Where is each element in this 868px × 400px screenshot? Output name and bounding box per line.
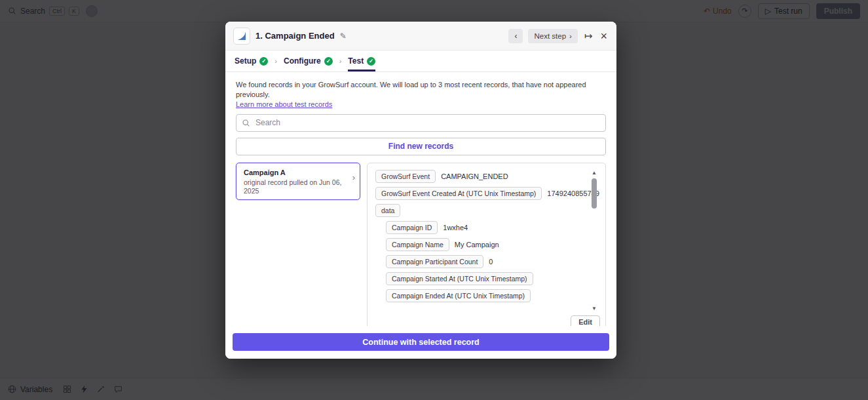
record-fields-viewport: GrowSurf Event CAMPAIGN_ENDED GrowSurf E…	[375, 170, 600, 312]
dialog-header: 1. Campaign Ended ✎ ‹ Next step › ↦ ×	[225, 22, 616, 50]
field-pill: Campaign Started At (UTC Unix Timestamp)	[386, 272, 533, 285]
field-pill: GrowSurf Event	[375, 170, 436, 183]
check-icon: ✓	[259, 57, 268, 66]
growsurf-app-icon	[233, 28, 250, 45]
chevron-right-icon: ›	[569, 32, 572, 40]
close-icon: ×	[600, 30, 607, 43]
scrollbar[interactable]: ▲ ▼	[590, 170, 599, 312]
record-field-row: GrowSurf Event Created At (UTC Unix Time…	[375, 187, 586, 200]
tab-test-label: Test	[348, 56, 364, 66]
record-card-campaign-a[interactable]: Campaign A original record pulled on Jun…	[236, 163, 360, 200]
record-card-title: Campaign A	[244, 169, 345, 176]
tab-test[interactable]: Test ✓	[348, 50, 375, 71]
record-field-row: Campaign Started At (UTC Unix Timestamp)	[386, 272, 586, 285]
previous-step-button[interactable]: ‹	[508, 29, 523, 43]
expand-panel-button[interactable]: ↦	[583, 31, 594, 41]
field-pill: Campaign Name	[386, 238, 449, 251]
tab-setup-label: Setup	[235, 56, 256, 66]
next-step-button[interactable]: Next step ›	[528, 29, 577, 43]
step-test-dialog: 1. Campaign Ended ✎ ‹ Next step › ↦ × Se…	[225, 22, 616, 359]
step-tabs: Setup ✓ › Configure ✓ › Test ✓	[225, 50, 616, 72]
scrollbar-track[interactable]	[590, 176, 599, 306]
field-pill: data	[375, 204, 400, 217]
field-pill: Campaign ID	[386, 221, 438, 234]
search-icon	[242, 119, 250, 129]
record-field-row: Campaign ID 1wxhe4	[386, 221, 586, 234]
record-card-subtitle: original record pulled on Jun 06, 2025	[244, 178, 345, 195]
chevron-right-icon: ›	[339, 57, 342, 65]
record-search-input[interactable]	[236, 114, 606, 132]
chevron-left-icon: ‹	[514, 31, 517, 41]
dialog-footer: Continue with selected record	[225, 326, 616, 359]
learn-more-link[interactable]: Learn more about test records	[236, 100, 606, 108]
field-pill: Campaign Participant Count	[386, 255, 483, 268]
record-field-row: GrowSurf Event CAMPAIGN_ENDED	[375, 170, 586, 183]
record-field-row: Campaign Name My Campaign	[386, 238, 586, 251]
record-field-row: data	[375, 204, 586, 217]
field-value: 0	[489, 258, 493, 266]
record-detail-panel: GrowSurf Event CAMPAIGN_ENDED GrowSurf E…	[367, 163, 606, 326]
record-field-row: Campaign Ended At (UTC Unix Timestamp)	[386, 289, 586, 302]
dialog-body: We found records in your GrowSurf accoun…	[225, 72, 616, 326]
tab-configure[interactable]: Configure ✓	[284, 50, 333, 71]
edit-record-button[interactable]: Edit	[571, 315, 600, 326]
field-value: CAMPAIGN_ENDED	[441, 172, 508, 180]
field-value: 1wxhe4	[443, 224, 468, 231]
scroll-down-icon[interactable]: ▼	[592, 306, 597, 312]
chevron-right-icon: ›	[352, 172, 355, 182]
field-value: My Campaign	[455, 241, 499, 249]
records-info-text: We found records in your GrowSurf accoun…	[236, 80, 606, 100]
next-step-label: Next step	[534, 32, 566, 40]
record-field-row: Campaign Participant Count 0	[386, 255, 586, 268]
continue-with-selected-record-button[interactable]: Continue with selected record	[233, 333, 609, 351]
rename-step-icon[interactable]: ✎	[340, 31, 347, 41]
chevron-right-icon: ›	[274, 57, 277, 65]
step-title: 1. Campaign Ended	[255, 31, 335, 41]
field-pill: GrowSurf Event Created At (UTC Unix Time…	[375, 187, 542, 200]
expand-icon: ↦	[584, 30, 593, 41]
field-pill: Campaign Ended At (UTC Unix Timestamp)	[386, 289, 531, 302]
scroll-up-icon[interactable]: ▲	[592, 170, 597, 176]
check-icon: ✓	[367, 57, 375, 66]
close-button[interactable]: ×	[599, 30, 609, 42]
scrollbar-thumb[interactable]	[592, 178, 597, 209]
tab-configure-label: Configure	[284, 56, 321, 66]
tab-setup[interactable]: Setup ✓	[235, 50, 268, 71]
check-icon: ✓	[324, 57, 333, 66]
find-new-records-button[interactable]: Find new records	[236, 138, 606, 155]
